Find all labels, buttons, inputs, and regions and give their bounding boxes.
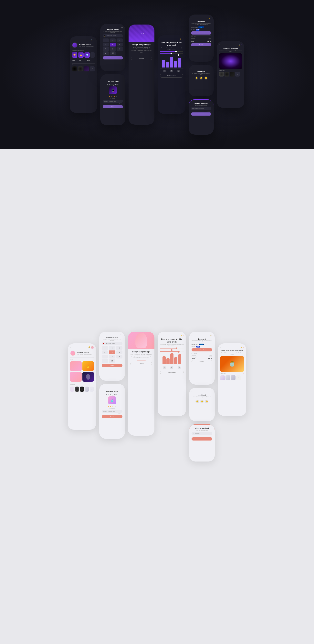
fav-more[interactable]: +2 [235, 72, 240, 76]
give-send-btn[interactable]: Send [191, 112, 211, 116]
star-3l[interactable]: ★ [112, 406, 113, 407]
key-0l[interactable]: 0 [102, 359, 108, 363]
key-6l[interactable]: 6 [116, 350, 122, 354]
back-icon[interactable]: ‹ [103, 77, 103, 79]
trophy-more[interactable]: +2 [90, 52, 95, 58]
visa-badge-l: VISA [196, 346, 200, 348]
thought-input[interactable]: Add your thoughts here [103, 100, 123, 102]
happy-face[interactable]: 😊 [204, 76, 208, 80]
key-dell[interactable]: ⌫ [109, 359, 115, 363]
submit-btn[interactable]: Submit [191, 43, 211, 46]
add-cart-btn-l[interactable]: Add new Cart [192, 348, 212, 352]
key-4l[interactable]: 4 [102, 350, 108, 354]
thought-input-l[interactable]: Add your thoughts here [102, 410, 122, 413]
explore-btn-l[interactable]: Explore features [160, 371, 184, 374]
key-7[interactable]: 7 [103, 47, 109, 51]
place-more[interactable]: +3 [90, 66, 95, 72]
key-0[interactable]: 0 [103, 52, 109, 55]
key-3[interactable]: 3 [116, 38, 123, 42]
sad-face-l[interactable]: 😔 [196, 400, 199, 403]
give-send-btn-l[interactable]: Send [192, 438, 212, 440]
back-btn5[interactable]: ‹ [219, 44, 220, 46]
feedback-subtitle: Tell us about your experience. How do yo… [191, 73, 211, 75]
back-btn-pl[interactable]: ‹ [192, 334, 192, 336]
phone-input[interactable]: 🇩🇪 + 38 063 864 68 99 [103, 34, 123, 37]
continue-btn[interactable]: Continue [103, 56, 123, 60]
happy-face-l[interactable]: 😊 [205, 400, 208, 403]
send-btn-l[interactable]: Submit [102, 415, 122, 418]
home-icon[interactable]: ⊙ [163, 70, 166, 72]
star-4l[interactable]: ★ [113, 406, 114, 407]
key-6[interactable]: 6 [116, 43, 123, 46]
user-icon[interactable]: ◎ [178, 70, 180, 72]
suggestion-input[interactable]: Add your thoughts here [191, 107, 211, 110]
key-2l[interactable]: 2 [109, 346, 115, 350]
back-btn-fbkl[interactable]: ‹ [192, 390, 192, 393]
back-btn[interactable]: ‹ [72, 39, 72, 41]
bar-4l [174, 357, 178, 364]
star-5[interactable]: ★ [116, 95, 117, 97]
suggestion-input-l[interactable]: Ex. feedback [192, 432, 212, 435]
prototype-continue-btn-l[interactable]: Continue [130, 362, 152, 365]
total-value: $27.80 [207, 41, 211, 42]
back-btn3[interactable]: ‹ [191, 17, 192, 19]
star-2[interactable]: ★ [110, 95, 112, 97]
key-1l[interactable]: 1 [102, 346, 108, 350]
back-btn-sl[interactable]: ‹ [220, 346, 221, 348]
star-5l[interactable]: ★ [115, 406, 116, 407]
fast-screen-light: ‹ 🔔 ✦ Fast and powerful, like your work … [158, 332, 186, 377]
key-4[interactable]: 4 [103, 43, 109, 46]
star-1l[interactable]: ★ [108, 406, 109, 407]
explore-btn[interactable]: Explore features [160, 74, 183, 78]
star-2l[interactable]: ★ [110, 406, 111, 407]
send-btn[interactable]: Send [103, 105, 123, 108]
grid-icon[interactable]: ⊞ [170, 70, 173, 72]
continue-btn-l[interactable]: Continue [102, 364, 122, 367]
key-2[interactable]: 2 [110, 38, 116, 42]
sad-face[interactable]: 😔 [195, 76, 198, 80]
back-btn-rl[interactable]: ‹ [102, 386, 102, 389]
more-fav-btn[interactable]: ⋮ [243, 373, 244, 374]
slider-2 [160, 53, 183, 54]
key-8l[interactable]: 8 [109, 355, 115, 358]
skip-text[interactable]: Skip [103, 27, 123, 28]
phone-input-l[interactable]: 🇩🇪 + 38 063 864 68 99 [102, 342, 122, 345]
splash-subtitle-l: Share a link to your design files, and g… [220, 352, 244, 355]
profile-name: Andrew Smith [79, 44, 94, 46]
star-4[interactable]: ★ [114, 95, 116, 97]
back-btn4[interactable]: ‹ [191, 68, 192, 69]
key-7l[interactable]: 7 [102, 355, 108, 358]
web-more[interactable]: +1 [90, 386, 94, 392]
payment-status: ‹ 🔒 ✦ [191, 17, 211, 19]
grid-icon-l[interactable]: ⊞ [170, 366, 173, 369]
more-btn2[interactable]: ⋮ [93, 384, 94, 386]
key-del[interactable]: ⌫ [110, 52, 116, 55]
key-5l[interactable]: 5 [109, 350, 115, 354]
register-subtitle-l: Enter your mobile number to enable 2-ste… [102, 338, 122, 341]
neutral-face-l[interactable]: 😐 [200, 400, 204, 403]
key-8[interactable]: 8 [110, 47, 116, 51]
back-btn-fl[interactable]: ‹ [160, 334, 160, 336]
user-icon-l[interactable]: ◎ [178, 366, 180, 369]
key-9[interactable]: 9 [116, 47, 123, 51]
key-3l[interactable]: 3 [116, 346, 122, 350]
payment-subtitle-l: We welcome authors who provide top quali… [192, 340, 212, 342]
neutral-face[interactable]: 😐 [200, 76, 203, 80]
add-cart-btn[interactable]: Add new Cart [191, 32, 211, 34]
continue-btn-pl[interactable]: Continue [192, 360, 212, 363]
star-3[interactable]: ★ [112, 95, 114, 97]
key-9l[interactable]: 9 [116, 355, 122, 358]
prototype-continue-btn[interactable]: Continue [131, 57, 152, 60]
purple-banner: ✦ ✦ ✦ [128, 24, 154, 42]
back-btn2[interactable]: ‹ [160, 38, 160, 40]
key-5[interactable]: 5 [110, 43, 116, 46]
total-label-l: Total [192, 358, 195, 359]
fav-more-l[interactable]: +1 [236, 375, 241, 380]
payment-divider [191, 35, 211, 36]
star-1[interactable]: ★ [109, 95, 110, 97]
back-btn-l[interactable]: ‹ [70, 346, 71, 349]
home-icon-l[interactable]: ⊙ [163, 366, 166, 369]
more-btn[interactable]: ⋮ [93, 359, 94, 360]
skip-text-l[interactable]: Skip [102, 334, 122, 336]
key-1[interactable]: 1 [103, 38, 109, 42]
